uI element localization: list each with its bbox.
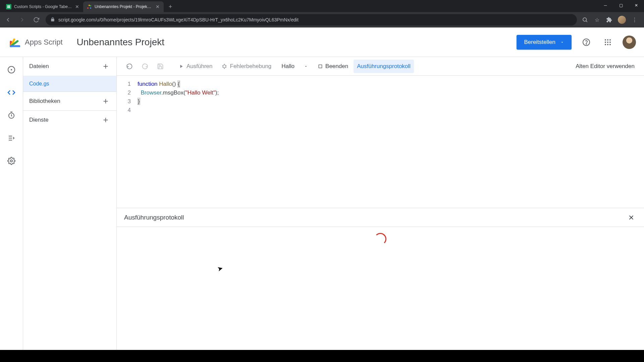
undo-button[interactable] — [123, 60, 136, 73]
window-minimize-button[interactable]: ─ — [598, 0, 613, 11]
save-button[interactable] — [154, 60, 167, 73]
window-maximize-button[interactable]: ▢ — [613, 0, 629, 11]
sheets-favicon-icon — [6, 4, 11, 9]
bookmark-icon[interactable]: ☆ — [594, 16, 600, 23]
tab-close-icon[interactable]: ✕ — [155, 4, 160, 9]
svg-point-5 — [90, 7, 91, 9]
tab-title: Custom Scripts - Google Tabellen — [14, 4, 72, 9]
run-button[interactable]: Ausführen — [175, 60, 216, 73]
svg-point-20 — [609, 44, 611, 45]
function-selected: Hallo — [281, 63, 294, 70]
svg-line-9 — [586, 21, 587, 22]
rail-triggers-button[interactable] — [5, 109, 18, 122]
chevron-down-icon — [560, 40, 564, 44]
log-body: ➤ — [117, 227, 644, 362]
svg-point-16 — [607, 42, 608, 43]
use-old-editor-link[interactable]: Alten Editor verwenden — [572, 63, 638, 70]
svg-point-14 — [609, 39, 611, 41]
svg-point-18 — [605, 44, 606, 45]
editor-toolbar: Ausführen Fehlerbehebung Hallo Beenden A… — [117, 57, 644, 76]
zoom-icon[interactable] — [582, 16, 588, 23]
browser-tab[interactable]: Custom Scripts - Google Tabellen ✕ — [3, 1, 83, 12]
svg-point-19 — [607, 44, 608, 45]
project-sidebar: Dateien Code.gs Bibliotheken Dienste — [23, 57, 117, 362]
svg-point-11 — [586, 44, 587, 44]
code-content[interactable]: function Hallo() { Browser.msgBox("Hallo… — [135, 76, 644, 208]
line-gutter: 1 2 3 4 — [117, 76, 135, 208]
code-editor[interactable]: 1 2 3 4 function Hallo() { Browser.msgBo… — [117, 76, 644, 208]
files-section-header: Dateien — [23, 57, 116, 76]
rail-settings-button[interactable] — [5, 154, 18, 168]
add-file-button[interactable] — [101, 62, 110, 71]
reload-button[interactable] — [32, 15, 41, 24]
rail-editor-button[interactable] — [5, 86, 18, 99]
help-button[interactable] — [580, 36, 593, 49]
libraries-label: Bibliotheken — [29, 98, 60, 105]
stop-label: Beenden — [325, 63, 348, 70]
chevron-down-icon — [304, 64, 308, 68]
svg-point-17 — [609, 42, 611, 43]
mouse-cursor-icon: ➤ — [216, 264, 224, 273]
rail-overview-button[interactable] — [5, 63, 18, 76]
file-item[interactable]: Code.gs — [23, 76, 116, 92]
log-close-button[interactable] — [626, 212, 637, 223]
libraries-section-header: Bibliotheken — [23, 92, 116, 111]
extensions-icon[interactable] — [606, 16, 612, 23]
window-close-button[interactable]: ✕ — [629, 0, 644, 11]
tab-close-icon[interactable]: ✕ — [74, 4, 80, 9]
main-area: Ausführen Fehlerbehebung Hallo Beenden A… — [117, 57, 644, 362]
redo-button[interactable] — [138, 60, 152, 73]
svg-point-34 — [223, 65, 226, 68]
deploy-label: Bereitstellen — [524, 39, 555, 46]
app-header: Apps Script Unbenanntes Projekt Bereitst… — [0, 27, 644, 57]
lock-icon — [50, 17, 55, 23]
browser-tab[interactable]: Unbenanntes Projekt - Projekt-E ✕ — [83, 1, 164, 12]
function-select[interactable]: Hallo — [277, 63, 313, 70]
debug-button[interactable]: Fehlerbehebung — [218, 60, 275, 73]
file-name: Code.gs — [29, 81, 49, 87]
svg-point-27 — [10, 160, 12, 162]
loading-spinner-icon — [374, 233, 386, 245]
svg-point-4 — [87, 7, 89, 9]
address-bar: script.google.com/u/0/home/projects/19lr… — [0, 12, 644, 27]
log-title: Ausführungsprotokoll — [124, 214, 184, 221]
stop-button[interactable]: Beenden — [315, 60, 352, 73]
apps-script-favicon-icon — [87, 4, 92, 9]
rail-executions-button[interactable] — [5, 131, 18, 145]
execution-log-button[interactable]: Ausführungsprotokoll — [354, 60, 414, 73]
svg-point-12 — [605, 39, 606, 41]
deploy-button[interactable]: Bereitstellen — [517, 35, 572, 50]
files-label: Dateien — [29, 63, 49, 70]
add-service-button[interactable] — [101, 115, 110, 125]
log-label: Ausführungsprotokoll — [357, 63, 411, 70]
project-title[interactable]: Unbenanntes Projekt — [77, 37, 165, 48]
bug-icon — [221, 63, 227, 69]
svg-point-7 — [90, 5, 91, 6]
tab-strip: Custom Scripts - Google Tabellen ✕ Unben… — [0, 0, 644, 12]
debug-label: Fehlerbehebung — [230, 63, 272, 70]
svg-point-22 — [11, 69, 12, 70]
new-tab-button[interactable]: + — [166, 2, 175, 11]
apps-grid-button[interactable] — [601, 36, 614, 49]
product-name: Apps Script — [25, 38, 63, 47]
user-avatar[interactable] — [623, 36, 636, 49]
services-section-header: Dienste — [23, 111, 116, 129]
back-button[interactable] — [3, 15, 13, 24]
svg-point-13 — [607, 39, 608, 41]
url-field[interactable]: script.google.com/u/0/home/projects/19lr… — [46, 14, 577, 25]
add-library-button[interactable] — [101, 97, 110, 106]
left-rail — [0, 57, 23, 362]
stop-icon — [318, 64, 323, 69]
services-label: Dienste — [29, 117, 49, 123]
chrome-menu-icon[interactable]: ⋮ — [631, 16, 638, 23]
svg-rect-41 — [319, 65, 322, 68]
forward-button[interactable] — [17, 15, 27, 24]
window-controls: ─ ▢ ✕ — [598, 0, 644, 11]
profile-avatar-small[interactable] — [618, 16, 626, 24]
execution-log-panel: Ausführungsprotokoll ➤ — [117, 208, 644, 362]
svg-point-8 — [583, 18, 587, 21]
tab-title: Unbenanntes Projekt - Projekt-E — [95, 4, 152, 9]
log-header: Ausführungsprotokoll — [117, 208, 644, 227]
product-logo[interactable]: Apps Script — [8, 36, 63, 49]
windows-taskbar[interactable] — [0, 350, 644, 362]
